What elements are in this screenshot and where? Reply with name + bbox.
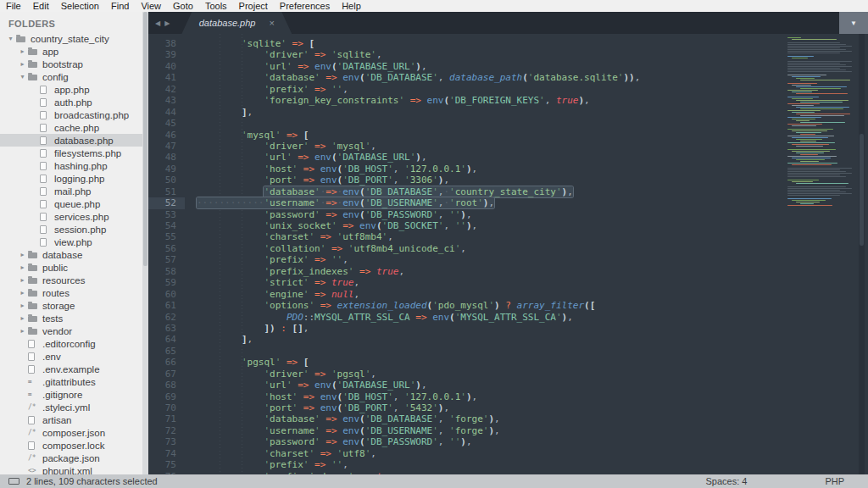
menu-selection[interactable]: Selection bbox=[55, 0, 105, 12]
menu-goto[interactable]: Goto bbox=[167, 0, 199, 12]
sidebar-item-vendor[interactable]: ▸vendor bbox=[0, 324, 142, 337]
code-line-61[interactable]: 61 'options' => extension_loaded('pdo_my… bbox=[148, 300, 868, 311]
sidebar-item-app[interactable]: ▸app bbox=[0, 45, 142, 58]
syntax-setting[interactable]: PHP bbox=[825, 476, 844, 486]
sidebar-item-composer-json[interactable]: /*composer.json bbox=[0, 426, 142, 439]
sidebar-scrollbar-thumb[interactable] bbox=[143, 12, 147, 266]
menu-preferences[interactable]: Preferences bbox=[274, 0, 336, 12]
expand-arrow-icon[interactable]: ▸ bbox=[17, 276, 28, 284]
sidebar-item-session-php[interactable]: session.php bbox=[0, 223, 142, 236]
sidebar-item-public[interactable]: ▸public bbox=[0, 261, 142, 274]
sidebar-item-database[interactable]: ▸database bbox=[0, 248, 142, 261]
code-line-57[interactable]: 57 'prefix' => '', bbox=[148, 254, 868, 265]
menu-tools[interactable]: Tools bbox=[199, 0, 233, 12]
code-line-74[interactable]: 74 'charset' => 'utf8', bbox=[148, 448, 868, 459]
code-line-46[interactable]: 46 'mysql' => [ bbox=[148, 130, 868, 141]
code-line-47[interactable]: 47 'driver' => 'mysql', bbox=[148, 141, 868, 152]
sidebar-item-gitignore[interactable]: ≡.gitignore bbox=[0, 388, 142, 401]
code-line-59[interactable]: 59 'strict' => true, bbox=[148, 277, 868, 288]
collapse-arrow-icon[interactable]: ▾ bbox=[17, 73, 28, 80]
code-line-71[interactable]: 71 'database' => env('DB_DATABASE', 'for… bbox=[148, 413, 868, 424]
menu-file[interactable]: File bbox=[0, 0, 27, 12]
sidebar-item-gitattributes[interactable]: ≡.gitattributes bbox=[0, 375, 142, 388]
sidebar-item-view-php[interactable]: view.php bbox=[0, 236, 142, 248]
code-line-43[interactable]: 43 'foreign_key_constraints' => env('DB_… bbox=[148, 95, 868, 106]
vintage-mode-icon[interactable] bbox=[8, 478, 19, 485]
sidebar-item-styleci-yml[interactable]: /*.styleci.yml bbox=[0, 401, 142, 413]
code-line-39[interactable]: 39 'driver' => 'sqlite', bbox=[148, 49, 868, 60]
expand-arrow-icon[interactable]: ▸ bbox=[17, 60, 28, 68]
code-line-72[interactable]: 72 'username' => env('DB_USERNAME', 'for… bbox=[148, 425, 868, 436]
sidebar-item-config[interactable]: ▾config bbox=[0, 70, 142, 83]
sidebar-item-editorconfig[interactable]: .editorconfig bbox=[0, 337, 142, 350]
code-line-56[interactable]: 56 'collation' => 'utf8mb4_unicode_ci', bbox=[148, 243, 868, 254]
sidebar-item-queue-php[interactable]: queue.php bbox=[0, 197, 142, 210]
expand-arrow-icon[interactable]: ▸ bbox=[17, 289, 28, 297]
sidebar-item-resources[interactable]: ▸resources bbox=[0, 274, 142, 286]
code-line-66[interactable]: 66 'pgsql' => [ bbox=[148, 357, 868, 368]
code-line-44[interactable]: 44 ], bbox=[148, 107, 868, 118]
code-line-69[interactable]: 69 'host' => env('DB_HOST', '127.0.0.1')… bbox=[148, 391, 868, 402]
sidebar-item-cache-php[interactable]: cache.php bbox=[0, 121, 142, 134]
code-line-58[interactable]: 58 'prefix_indexes' => true, bbox=[148, 266, 868, 277]
code-line-40[interactable]: 40 'url' => env('DATABASE_URL'), bbox=[148, 61, 868, 72]
sidebar-item-package-json[interactable]: /*package.json bbox=[0, 452, 142, 464]
menu-edit[interactable]: Edit bbox=[27, 0, 55, 12]
sidebar-item-country-state-city[interactable]: ▾country_state_city bbox=[0, 32, 142, 45]
sidebar-item-mail-php[interactable]: mail.php bbox=[0, 185, 142, 197]
sidebar-item-env[interactable]: .env bbox=[0, 350, 142, 363]
tab-forward-icon[interactable]: ▶ bbox=[164, 19, 170, 27]
menu-view[interactable]: View bbox=[135, 0, 167, 12]
code-line-50[interactable]: 50 'port' => env('DB_PORT', '3306'), bbox=[148, 175, 868, 186]
sidebar-item-services-php[interactable]: services.php bbox=[0, 210, 142, 223]
sidebar-item-storage[interactable]: ▸storage bbox=[0, 299, 142, 312]
code-line-70[interactable]: 70 'port' => env('DB_PORT', '5432'), bbox=[148, 402, 868, 413]
code-line-41[interactable]: 41 'database' => env('DB_DATABASE', data… bbox=[148, 72, 868, 83]
expand-arrow-icon[interactable]: ▸ bbox=[17, 263, 28, 271]
code-line-76[interactable]: 76 'prefix_indexes' => true, bbox=[148, 471, 868, 474]
sidebar-item-phpunit-xml[interactable]: <>phpunit.xml bbox=[0, 464, 142, 474]
menu-project[interactable]: Project bbox=[233, 0, 274, 12]
expand-arrow-icon[interactable]: ▸ bbox=[17, 251, 28, 258]
code-line-51[interactable]: 51 'database'·=>·env('DB_DATABASE',·'cou… bbox=[148, 186, 868, 197]
code-line-42[interactable]: 42 'prefix' => '', bbox=[148, 84, 868, 95]
code-line-63[interactable]: 63 ]) : [], bbox=[148, 323, 868, 334]
sidebar-item-auth-php[interactable]: auth.php bbox=[0, 96, 142, 108]
code-line-75[interactable]: 75 'prefix' => '', bbox=[148, 459, 868, 470]
sidebar-item-routes[interactable]: ▸routes bbox=[0, 286, 142, 299]
code-line-53[interactable]: 53 'password' => env('DB_PASSWORD', ''), bbox=[148, 209, 868, 220]
tab-close-icon[interactable]: × bbox=[269, 18, 274, 28]
menu-help[interactable]: Help bbox=[336, 0, 367, 12]
sidebar-item-tests[interactable]: ▸tests bbox=[0, 312, 142, 324]
sidebar-item-app-php[interactable]: app.php bbox=[0, 83, 142, 96]
code-line-68[interactable]: 68 'url' => env('DATABASE_URL'), bbox=[148, 380, 868, 391]
code-line-55[interactable]: 55 'charset' => 'utf8mb4', bbox=[148, 231, 868, 242]
sidebar-item-database-php[interactable]: database.php bbox=[0, 134, 142, 147]
sidebar-item-artisan[interactable]: artisan bbox=[0, 413, 142, 426]
code-line-73[interactable]: 73 'password' => env('DB_PASSWORD', ''), bbox=[148, 436, 868, 447]
code-line-52[interactable]: 52············'username'·=>·env('DB_USER… bbox=[148, 197, 868, 208]
tab-back-icon[interactable]: ◀ bbox=[155, 19, 160, 27]
expand-arrow-icon[interactable]: ▸ bbox=[17, 47, 28, 55]
code-area[interactable]: 38 'sqlite' => [39 'driver' => 'sqlite',… bbox=[148, 34, 868, 474]
collapse-arrow-icon[interactable]: ▾ bbox=[5, 35, 16, 42]
sidebar-scrollbar[interactable] bbox=[142, 12, 148, 474]
editor-scrollbar-thumb[interactable] bbox=[860, 134, 864, 246]
sidebar-item-env-example[interactable]: .env.example bbox=[0, 363, 142, 375]
indentation-setting[interactable]: Spaces: 4 bbox=[705, 476, 747, 486]
tab-database-php[interactable]: database.php × bbox=[181, 12, 292, 34]
sidebar-item-broadcasting-php[interactable]: broadcasting.php bbox=[0, 108, 142, 121]
expand-arrow-icon[interactable]: ▸ bbox=[17, 302, 28, 309]
code-line-54[interactable]: 54 'unix_socket' => env('DB_SOCKET', '')… bbox=[148, 220, 868, 231]
expand-arrow-icon[interactable]: ▸ bbox=[17, 327, 28, 335]
editor-scrollbar[interactable] bbox=[859, 34, 865, 474]
code-line-45[interactable]: 45 bbox=[148, 118, 868, 129]
code-line-65[interactable]: 65 bbox=[148, 346, 868, 357]
code-line-60[interactable]: 60 'engine' => null, bbox=[148, 289, 868, 300]
minimap[interactable] bbox=[784, 37, 860, 207]
code-line-67[interactable]: 67 'driver' => 'pgsql', bbox=[148, 369, 868, 380]
code-line-38[interactable]: 38 'sqlite' => [ bbox=[148, 38, 868, 49]
sidebar-item-logging-php[interactable]: logging.php bbox=[0, 172, 142, 185]
sidebar-item-composer-lock[interactable]: composer.lock bbox=[0, 439, 142, 452]
code-line-49[interactable]: 49 'host' => env('DB_HOST', '127.0.0.1')… bbox=[148, 164, 868, 175]
